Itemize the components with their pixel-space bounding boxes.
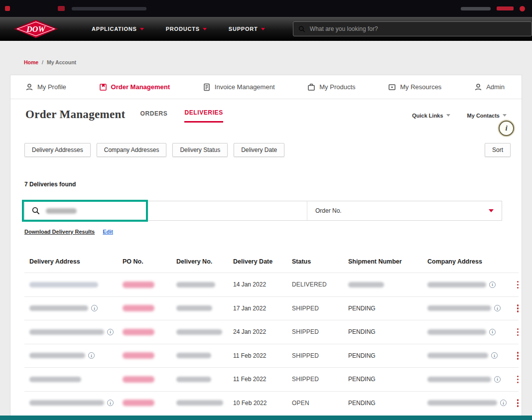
redacted-company-address	[427, 305, 491, 311]
tab-invoice-management[interactable]: Invoice Management	[203, 83, 275, 91]
info-icon[interactable]: i	[107, 400, 114, 406]
tab-admin[interactable]: Admin	[474, 83, 505, 91]
subtab-deliveries[interactable]: DELIVERIES	[184, 109, 223, 123]
person-icon	[474, 83, 482, 91]
row-menu-icon[interactable]	[517, 376, 519, 384]
table-row[interactable]: i 10 Feb 2022 OPEN PENDING i	[24, 391, 519, 415]
row-menu-icon[interactable]	[517, 399, 519, 407]
redacted-company-address	[427, 282, 486, 287]
account-tab-bar: My Profile Order Management Invoice Mana…	[10, 75, 522, 99]
tab-order-management[interactable]: Order Management	[99, 83, 170, 91]
my-contacts-dropdown[interactable]: My Contacts	[467, 113, 507, 119]
titlebar-text-redacted	[461, 7, 491, 10]
edit-link[interactable]: Edit	[103, 229, 113, 235]
delivery-date: 24 Jan 2022	[233, 328, 292, 335]
row-menu-icon[interactable]	[517, 304, 519, 312]
my-contacts-label: My Contacts	[467, 113, 500, 119]
person-icon	[25, 83, 33, 91]
main-menu: APPLICATIONS PRODUCTS SUPPORT	[92, 26, 265, 32]
info-icon[interactable]: i	[500, 400, 507, 406]
table-row[interactable]: 11 Feb 2022 SHIPPED PENDING i	[24, 367, 519, 391]
table-row[interactable]: i 11 Feb 2022 SHIPPED PENDING i	[24, 344, 519, 368]
tab-label: Invoice Management	[215, 83, 275, 91]
filter-company-addresses[interactable]: Company Addresses	[97, 143, 167, 157]
row-menu-icon[interactable]	[517, 281, 519, 289]
order-no-dropdown[interactable]: Order No.	[307, 201, 502, 220]
menu-label: APPLICATIONS	[92, 26, 137, 32]
deliveries-table: Delivery Address PO No. Delivery No. Del…	[24, 251, 519, 415]
tab-my-products[interactable]: My Products	[307, 83, 355, 91]
chevron-down-icon	[140, 28, 144, 30]
quick-links-dropdown[interactable]: Quick Links	[412, 113, 450, 119]
info-icon[interactable]: i	[91, 305, 98, 311]
info-icon[interactable]: i	[88, 352, 95, 359]
info-icon[interactable]: i	[489, 329, 496, 335]
col-status: Status	[292, 258, 348, 265]
chevron-down-icon	[503, 114, 507, 117]
redacted-delivery-no	[176, 329, 222, 335]
redacted-po-no	[123, 352, 154, 359]
redacted-delivery-no	[176, 400, 223, 406]
shipment-number: PENDING	[348, 328, 427, 335]
delivery-search-input[interactable]	[25, 201, 307, 220]
tab-label: My Products	[319, 83, 355, 91]
tab-label: Order Management	[111, 83, 170, 91]
titlebar-badge-icon	[497, 6, 514, 10]
redacted-company-address	[427, 353, 488, 358]
sort-button[interactable]: Sort	[485, 143, 511, 157]
redacted-shipment-number	[348, 282, 384, 287]
page-title: Order Management	[25, 108, 125, 121]
menu-support[interactable]: SUPPORT	[229, 26, 265, 32]
info-icon[interactable]: i	[107, 329, 114, 335]
page-title-row: Order Management ORDERS DELIVERIES Quick…	[25, 106, 507, 123]
site-search-box[interactable]	[293, 21, 532, 36]
chevron-down-icon	[261, 28, 265, 30]
menu-products[interactable]: PRODUCTS	[166, 26, 207, 32]
row-menu-icon[interactable]	[517, 328, 519, 336]
status: SHIPPED	[292, 328, 348, 335]
site-search-input[interactable]	[310, 25, 527, 32]
info-icon[interactable]: i	[491, 352, 498, 359]
status: SHIPPED	[292, 305, 348, 312]
col-delivery-address: Delivery Address	[29, 258, 123, 265]
table-row[interactable]: i 24 Jan 2022 SHIPPED PENDING i	[24, 320, 519, 344]
info-icon[interactable]: i	[494, 305, 501, 311]
info-icon[interactable]: i	[489, 281, 496, 288]
breadcrumb-separator: /	[42, 59, 43, 65]
table-row[interactable]: 14 Jan 2022 DELIVERED i	[24, 273, 519, 296]
redacted-delivery-no	[176, 353, 211, 358]
chevron-down-icon	[203, 28, 207, 30]
shipment-number: PENDING	[348, 305, 427, 312]
tab-label: Admin	[486, 83, 505, 91]
help-info-button[interactable]: i	[499, 121, 514, 136]
info-icon[interactable]: i	[494, 376, 501, 383]
redacted-delivery-address	[29, 329, 104, 335]
tab-my-resources[interactable]: My Resources	[388, 83, 441, 91]
table-row[interactable]: i 17 Jan 2022 SHIPPED PENDING i	[24, 296, 519, 320]
titlebar-close-icon[interactable]	[520, 6, 525, 11]
menu-applications[interactable]: APPLICATIONS	[92, 26, 144, 32]
results-count: 7 Deliveries found	[24, 181, 76, 188]
breadcrumb-home-link[interactable]: Home	[24, 59, 38, 65]
search-icon	[32, 207, 40, 215]
screen: DOW APPLICATIONS PRODUCTS SUPPORT	[0, 0, 532, 420]
bottom-teal-bar	[0, 416, 532, 420]
col-delivery-no: Delivery No.	[176, 258, 233, 265]
redacted-company-address	[427, 400, 497, 406]
filter-delivery-date[interactable]: Delivery Date	[234, 143, 284, 157]
filter-delivery-status[interactable]: Delivery Status	[172, 143, 228, 157]
invoice-icon	[203, 83, 211, 91]
subtab-orders[interactable]: ORDERS	[140, 110, 167, 122]
system-topbar	[0, 0, 532, 17]
col-po-no: PO No.	[123, 258, 176, 265]
redacted-delivery-address	[29, 400, 104, 406]
row-menu-icon[interactable]	[517, 352, 519, 360]
main-card: My Profile Order Management Invoice Mana…	[10, 75, 522, 420]
redacted-search-text	[46, 208, 77, 214]
dow-logo[interactable]: DOW	[14, 19, 58, 39]
filter-delivery-addresses[interactable]: Delivery Addresses	[24, 143, 91, 157]
redacted-delivery-no	[176, 305, 212, 311]
tab-label: My Resources	[400, 83, 441, 91]
download-delivery-results-link[interactable]: Download Delivery Results	[24, 229, 95, 235]
tab-my-profile[interactable]: My Profile	[25, 83, 66, 91]
